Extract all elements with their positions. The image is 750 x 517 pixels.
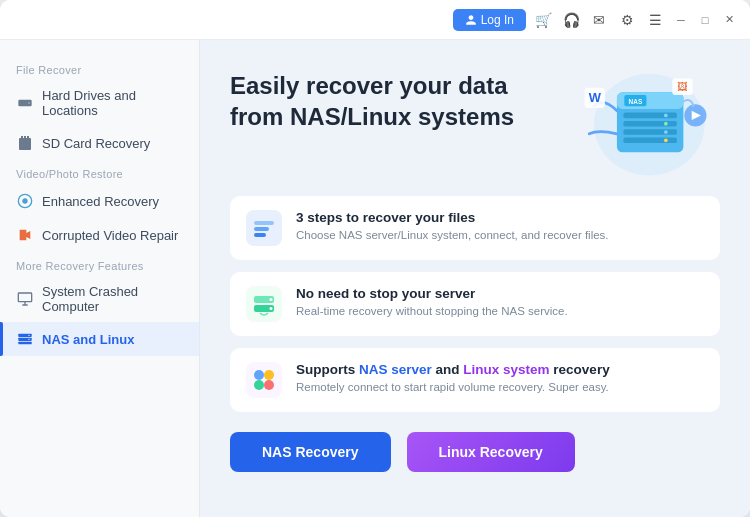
settings-icon[interactable]: ⚙ [616, 9, 638, 31]
svg-rect-10 [18, 338, 31, 341]
feature-text-supports: Supports NAS server and Linux system rec… [296, 362, 704, 395]
supports-icon [246, 362, 282, 398]
sidebar-item-label-hard-drives: Hard Drives and Locations [42, 88, 183, 118]
sidebar-item-corrupted-video[interactable]: Corrupted Video Repair [0, 218, 199, 252]
nas-recovery-button[interactable]: NAS Recovery [230, 432, 391, 472]
svg-point-12 [28, 335, 29, 336]
supports-suffix: recovery [550, 362, 610, 377]
sidebar-item-label-system: System Crashed Computer [42, 284, 183, 314]
linux-recovery-button[interactable]: Linux Recovery [407, 432, 575, 472]
titlebar-actions: Log In 🛒 🎧 ✉ ⚙ ☰ ─ □ ✕ [453, 9, 738, 31]
svg-rect-3 [21, 136, 23, 139]
supports-mid: and [432, 362, 464, 377]
supports-nas: NAS server [359, 362, 432, 377]
feature-title-server: No need to stop your server [296, 286, 704, 301]
sidebar-item-label-sd-card: SD Card Recovery [42, 136, 150, 151]
svg-point-46 [264, 380, 274, 390]
steps-icon [246, 210, 282, 246]
minimize-button[interactable]: ─ [672, 11, 690, 29]
svg-rect-8 [18, 293, 31, 302]
svg-point-41 [270, 307, 273, 310]
svg-rect-4 [24, 136, 26, 139]
svg-text:W: W [589, 90, 602, 105]
svg-point-23 [664, 130, 668, 134]
titlebar: Log In 🛒 🎧 ✉ ⚙ ☰ ─ □ ✕ [0, 0, 750, 40]
svg-point-40 [270, 298, 273, 301]
svg-rect-19 [623, 129, 677, 135]
feature-text-server: No need to stop your server Real-time re… [296, 286, 704, 319]
feature-title-supports: Supports NAS server and Linux system rec… [296, 362, 704, 377]
action-buttons: NAS Recovery Linux Recovery [230, 428, 720, 472]
svg-point-21 [664, 114, 668, 118]
feature-desc-supports: Remotely connect to start rapid volume r… [296, 379, 704, 395]
sidebar-item-label-nas: NAS and Linux [42, 332, 134, 347]
server-icon [246, 286, 282, 322]
sidebar-item-system-crashed[interactable]: System Crashed Computer [0, 276, 199, 322]
svg-point-1 [28, 102, 30, 104]
svg-point-44 [264, 370, 274, 380]
svg-rect-34 [254, 221, 274, 225]
content-header: Easily recover your data from NAS/Linux … [230, 70, 720, 180]
content-area: Easily recover your data from NAS/Linux … [200, 40, 750, 517]
sidebar-item-label-enhanced: Enhanced Recovery [42, 194, 159, 209]
video-icon [16, 226, 34, 244]
feature-desc-steps: Choose NAS server/Linux system, connect,… [296, 227, 704, 243]
svg-rect-37 [246, 286, 282, 322]
svg-rect-20 [623, 138, 677, 144]
svg-point-45 [254, 380, 264, 390]
supports-prefix: Supports [296, 362, 359, 377]
supports-linux: Linux system [463, 362, 549, 377]
svg-text:NAS: NAS [629, 98, 643, 105]
system-icon [16, 290, 34, 308]
svg-rect-18 [623, 121, 677, 127]
nas-icon [16, 330, 34, 348]
feature-card-supports: Supports NAS server and Linux system rec… [230, 348, 720, 412]
enhance-icon [16, 192, 34, 210]
svg-point-22 [664, 122, 668, 126]
svg-rect-11 [18, 342, 31, 345]
section-label-video-photo: Video/Photo Restore [0, 160, 199, 184]
hero-illustration: NAS W 🖼 [560, 60, 720, 180]
hdd-icon [16, 94, 34, 112]
close-button[interactable]: ✕ [720, 11, 738, 29]
mail-icon[interactable]: ✉ [588, 9, 610, 31]
svg-point-43 [254, 370, 264, 380]
svg-text:🖼: 🖼 [677, 81, 687, 92]
svg-rect-17 [623, 113, 677, 119]
menu-icon[interactable]: ☰ [644, 9, 666, 31]
svg-rect-42 [246, 362, 282, 398]
feature-title-steps: 3 steps to recover your files [296, 210, 704, 225]
svg-rect-2 [19, 138, 31, 150]
svg-rect-36 [254, 233, 266, 237]
main-layout: File Recover Hard Drives and Locations S… [0, 40, 750, 517]
feature-card-server: No need to stop your server Real-time re… [230, 272, 720, 336]
svg-rect-9 [18, 334, 31, 337]
headphone-icon[interactable]: 🎧 [560, 9, 582, 31]
sidebar-item-nas-linux[interactable]: NAS and Linux [0, 322, 199, 356]
svg-rect-35 [254, 227, 269, 231]
svg-point-7 [22, 198, 27, 203]
section-label-file-recover: File Recover [0, 56, 199, 80]
maximize-button[interactable]: □ [696, 11, 714, 29]
app-window: Log In 🛒 🎧 ✉ ⚙ ☰ ─ □ ✕ File Recover Hard… [0, 0, 750, 517]
sidebar-item-sd-card[interactable]: SD Card Recovery [0, 126, 199, 160]
sidebar-item-enhanced-recovery[interactable]: Enhanced Recovery [0, 184, 199, 218]
sidebar-item-label-video: Corrupted Video Repair [42, 228, 178, 243]
section-label-more-recovery: More Recovery Features [0, 252, 199, 276]
sidebar: File Recover Hard Drives and Locations S… [0, 40, 200, 517]
svg-point-13 [28, 339, 29, 340]
svg-point-24 [664, 138, 668, 142]
content-title: Easily recover your data from NAS/Linux … [230, 70, 550, 132]
feature-desc-server: Real-time recovery without stopping the … [296, 303, 704, 319]
feature-list: 3 steps to recover your files Choose NAS… [230, 196, 720, 412]
sd-icon [16, 134, 34, 152]
login-button[interactable]: Log In [453, 9, 526, 31]
feature-text-steps: 3 steps to recover your files Choose NAS… [296, 210, 704, 243]
cart-icon[interactable]: 🛒 [532, 9, 554, 31]
feature-card-steps: 3 steps to recover your files Choose NAS… [230, 196, 720, 260]
sidebar-item-hard-drives[interactable]: Hard Drives and Locations [0, 80, 199, 126]
svg-rect-5 [27, 136, 29, 139]
